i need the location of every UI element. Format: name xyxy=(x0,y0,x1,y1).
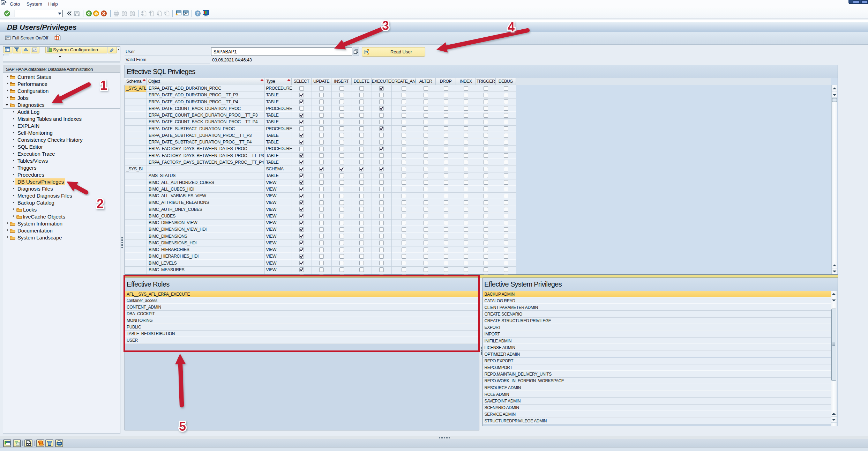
svg-text:5: 5 xyxy=(179,419,186,434)
svg-text:2: 2 xyxy=(97,197,104,211)
svg-text:4: 4 xyxy=(508,20,515,34)
svg-text:1: 1 xyxy=(100,78,107,93)
svg-text:3: 3 xyxy=(382,19,389,33)
